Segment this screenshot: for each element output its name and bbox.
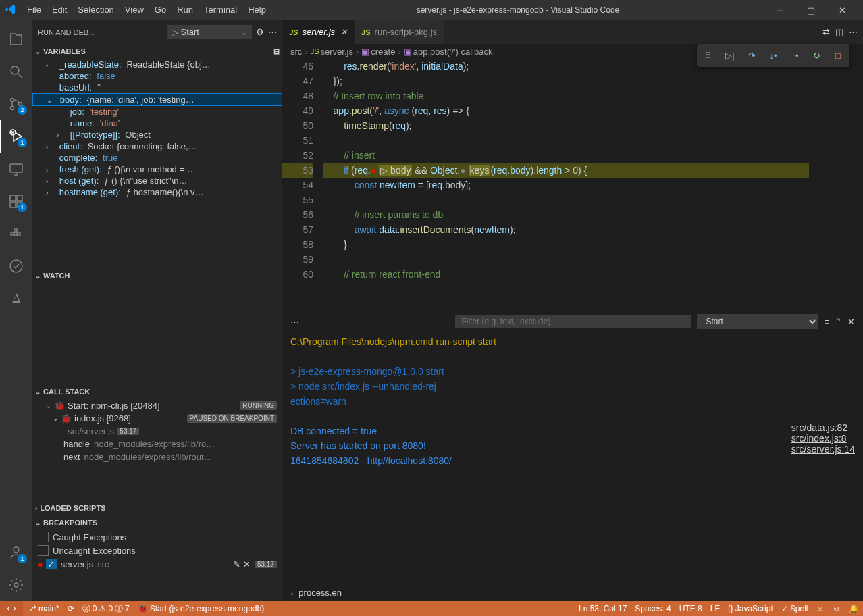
method-icon: ▣ xyxy=(361,47,369,57)
caught-exceptions-row[interactable]: Caught Exceptions xyxy=(32,530,282,544)
remote-explorer-tab[interactable] xyxy=(0,153,32,185)
eol[interactable]: LF xyxy=(706,601,724,616)
thread-row[interactable]: ⌄ 🐞 Start: npm-cli.js [20484] RUNNING xyxy=(32,399,282,412)
variable-row[interactable]: baseUrl: '' xyxy=(32,82,282,93)
checkbox[interactable] xyxy=(38,545,49,556)
menu-selection[interactable]: Selection xyxy=(72,0,119,20)
variable-row[interactable]: › hostname (get): ƒ hostname(){\n v… xyxy=(32,186,282,198)
variable-row[interactable]: complete: true xyxy=(32,152,282,163)
loaded-scripts-header[interactable]: › LOADED SCRIPTS xyxy=(32,500,282,515)
code-editor[interactable]: 464748495051525354555657585960 res.rende… xyxy=(282,59,863,311)
variable-row[interactable]: job: 'testing' xyxy=(32,106,282,118)
collapse-icon[interactable]: ⌃ xyxy=(835,317,842,327)
menu-go[interactable]: Go xyxy=(149,0,172,20)
close-icon[interactable]: ✕ xyxy=(340,27,348,37)
compare-icon[interactable]: ⇄ xyxy=(822,27,830,37)
sync-item[interactable]: ⟳ xyxy=(63,601,78,616)
minimap[interactable] xyxy=(809,59,863,311)
copilot-icon[interactable]: ☺ xyxy=(812,601,828,616)
minimize-button[interactable]: ─ xyxy=(764,0,795,20)
breakpoints-header[interactable]: ⌄ BREAKPOINTS xyxy=(32,515,282,530)
console-filter-input[interactable] xyxy=(455,315,691,328)
source-link[interactable]: src/data.js:82 xyxy=(791,422,855,433)
azure-tab[interactable] xyxy=(0,282,32,315)
clear-icon[interactable]: ≡ xyxy=(824,317,829,327)
stack-frame[interactable]: nextnode_modules/express/lib/rout… xyxy=(32,451,282,463)
cursor-position[interactable]: Ln 53, Col 17 xyxy=(575,601,631,616)
step-into-button[interactable]: ↓• xyxy=(764,47,782,64)
search-tab[interactable] xyxy=(0,55,32,88)
problems-item[interactable]: ⓧ0 ⚠0 ⓘ7 xyxy=(78,601,134,616)
debug-tab[interactable]: 1 xyxy=(0,120,32,153)
extensions-tab[interactable]: 1 xyxy=(0,185,32,217)
menu-help[interactable]: Help xyxy=(242,0,271,20)
menu-file[interactable]: File xyxy=(22,0,47,20)
settings-tab[interactable] xyxy=(0,569,32,601)
variable-row[interactable]: name: 'dina' xyxy=(32,118,282,129)
tab-serverjs[interactable]: JS server.js ✕ xyxy=(282,20,355,44)
split-editor-icon[interactable]: ◫ xyxy=(835,27,843,37)
remote-indicator[interactable] xyxy=(0,601,23,616)
breakpoint-file-row[interactable]: ● ✓ server.js src ✎ ✕ 53:17 xyxy=(32,557,282,571)
edit-icon[interactable]: ✎ xyxy=(233,559,240,569)
close-window-button[interactable]: ✕ xyxy=(827,0,858,20)
restart-button[interactable]: ↻ xyxy=(808,47,825,64)
start-debug-button[interactable]: ▷ Start ⌄ xyxy=(167,25,252,39)
stack-frame[interactable]: handlenode_modules/express/lib/ro… xyxy=(32,438,282,451)
drag-handle-icon[interactable]: ⠿ xyxy=(700,47,717,64)
menu-view[interactable]: View xyxy=(120,0,149,20)
encoding[interactable]: UTF-8 xyxy=(675,601,706,616)
checkbox[interactable]: ✓ xyxy=(46,559,57,569)
maximize-button[interactable]: ▢ xyxy=(795,0,827,20)
collapse-all-icon[interactable]: ⊟ xyxy=(273,47,280,56)
more-icon[interactable]: ⋯ xyxy=(290,317,299,327)
variable-row[interactable]: › host (get): ƒ () {\n"use strict"\n… xyxy=(32,175,282,186)
variable-row[interactable]: › fresh (get): ƒ (){\n var method =… xyxy=(32,163,282,175)
branch-item[interactable]: ⎇main* xyxy=(23,601,63,616)
menu-run[interactable]: Run xyxy=(172,0,199,20)
warning-icon: ⚠ xyxy=(99,604,106,613)
step-over-button[interactable]: ↷ xyxy=(743,47,760,64)
source-link[interactable]: src/index.js:8 xyxy=(791,433,855,444)
uncaught-exceptions-row[interactable]: Uncaught Exceptions xyxy=(32,544,282,557)
accounts-tab[interactable]: 1 xyxy=(0,536,32,569)
callstack-section-header[interactable]: ⌄ CALL STACK xyxy=(32,384,282,399)
svg-rect-12 xyxy=(18,232,20,235)
indentation[interactable]: Spaces: 4 xyxy=(631,601,675,616)
variables-section-header[interactable]: ⌄ VARIABLES ⊟ xyxy=(32,44,282,59)
gear-icon[interactable]: ⚙ xyxy=(256,27,264,37)
scm-tab[interactable]: 2 xyxy=(0,88,32,120)
todo-tab[interactable] xyxy=(0,250,32,282)
explorer-tab[interactable] xyxy=(0,23,32,55)
debug-toolbar[interactable]: ⠿ ▷| ↷ ↓• ↑• ↻ □ xyxy=(697,44,849,67)
more-icon[interactable]: ⋯ xyxy=(849,27,858,37)
close-panel-icon[interactable]: ✕ xyxy=(847,317,855,327)
tab-runscript[interactable]: JS run-script-pkg.js xyxy=(355,20,444,44)
svg-point-1 xyxy=(11,99,14,102)
variable-row[interactable]: › client: Socket {connecting: false,… xyxy=(32,140,282,152)
docker-tab[interactable] xyxy=(0,217,32,250)
menu-terminal[interactable]: Terminal xyxy=(199,0,242,20)
variable-row[interactable]: › _readableState: ReadableState {obj… xyxy=(32,59,282,70)
step-out-button[interactable]: ↑• xyxy=(786,47,804,64)
watch-section-header[interactable]: ⌄ WATCH xyxy=(32,268,282,283)
source-link[interactable]: src/server.js:14 xyxy=(791,444,855,455)
spell-check[interactable]: ✓Spell xyxy=(777,601,812,616)
stack-frame[interactable]: src/server.js53:17 xyxy=(32,425,282,438)
bell-icon[interactable]: 🔔 xyxy=(845,601,863,616)
continue-button[interactable]: ▷| xyxy=(721,47,739,64)
variable-row[interactable]: ⌄ body: {name: 'dina', job: 'testing… xyxy=(32,93,282,106)
thread-row[interactable]: ⌄ 🐞 index.js [9268] PAUSED ON BREAKPOINT xyxy=(32,412,282,425)
stop-button[interactable]: □ xyxy=(829,47,847,64)
console-session-select[interactable]: Start xyxy=(697,314,818,329)
more-icon[interactable]: ⋯ xyxy=(268,27,277,37)
feedback-icon[interactable]: ☺ xyxy=(829,601,845,616)
repl-input[interactable]: › process.en xyxy=(282,584,863,601)
launch-config-item[interactable]: 🐞Start (js-e2e-express-mongodb) xyxy=(134,601,268,616)
variable-row[interactable]: aborted: false xyxy=(32,70,282,82)
variable-row[interactable]: › [[Prototype]]: Object xyxy=(32,129,282,140)
menu-edit[interactable]: Edit xyxy=(47,0,72,20)
close-icon[interactable]: ✕ xyxy=(243,559,251,569)
checkbox[interactable] xyxy=(38,532,49,542)
language-mode[interactable]: {}JavaScript xyxy=(724,601,777,616)
